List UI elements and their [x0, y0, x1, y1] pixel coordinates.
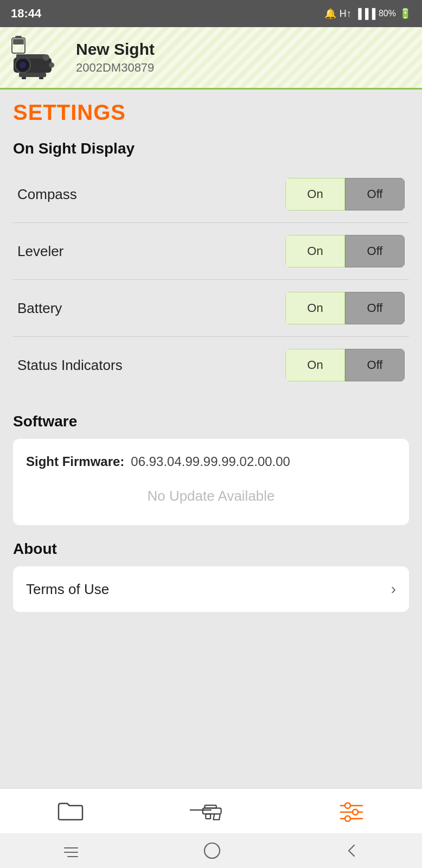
- battery-icon: 🔋: [399, 8, 411, 20]
- no-update-label: No Update Available: [26, 482, 396, 510]
- svg-point-20: [353, 809, 358, 815]
- status-bar: 18:44 🔔 H↑ ▐▐▐ 80% 🔋: [0, 0, 422, 27]
- chevron-right-icon: ›: [391, 580, 396, 598]
- device-icon-container: [11, 36, 65, 79]
- toggle-compass: On Off: [285, 178, 405, 210]
- software-section: Software Sight Firmware: 06.93.04.99.99.…: [13, 413, 409, 525]
- toggle-status-indicators-on[interactable]: On: [285, 349, 345, 381]
- status-icons: 🔔 H↑ ▐▐▐ 80% 🔋: [324, 8, 411, 20]
- svg-rect-7: [16, 54, 46, 59]
- toggle-leveler-off[interactable]: Off: [345, 235, 405, 267]
- nav-settings-icon[interactable]: [330, 797, 373, 825]
- svg-point-6: [20, 62, 26, 68]
- svg-rect-2: [13, 39, 24, 44]
- scope-device-svg: [11, 47, 60, 79]
- firmware-label: Sight Firmware:: [26, 454, 124, 469]
- firmware-card: Sight Firmware: 06.93.04.99.99.99.02.00.…: [13, 439, 409, 525]
- android-back-button[interactable]: [342, 841, 362, 860]
- main-content: SETTINGS On Sight Display Compass On Off…: [0, 90, 422, 788]
- android-home-button[interactable]: [202, 841, 222, 860]
- android-recent-button[interactable]: [60, 843, 82, 859]
- about-card: Terms of Use ›: [13, 566, 409, 612]
- device-header: New Sight 2002DM30879: [0, 27, 422, 90]
- svg-point-8: [43, 54, 49, 61]
- toggle-compass-on[interactable]: On: [285, 178, 345, 210]
- settings-title: SETTINGS: [13, 100, 409, 125]
- svg-point-26: [204, 843, 220, 858]
- signal-icon: H↑: [340, 8, 351, 20]
- toggle-row-compass: Compass On Off: [13, 166, 409, 223]
- device-serial: 2002DM30879: [76, 61, 155, 75]
- on-sight-display-section: On Sight Display Compass On Off Leveler …: [13, 140, 409, 393]
- toggle-label-status-indicators: Status Indicators: [17, 357, 123, 374]
- svg-rect-15: [204, 805, 216, 808]
- toggle-row-leveler: Leveler On Off: [13, 223, 409, 280]
- toggle-label-compass: Compass: [17, 186, 77, 203]
- svg-rect-10: [19, 73, 46, 77]
- svg-rect-11: [22, 77, 26, 79]
- toggle-status-indicators: On Off: [285, 349, 405, 381]
- toggle-battery-on[interactable]: On: [285, 292, 345, 324]
- status-time: 18:44: [11, 7, 41, 21]
- svg-rect-14: [203, 808, 221, 814]
- toggle-compass-off[interactable]: Off: [345, 178, 405, 210]
- svg-point-9: [49, 62, 54, 68]
- toggle-label-battery: Battery: [17, 300, 62, 317]
- toggle-label-leveler: Leveler: [17, 243, 63, 260]
- toggle-leveler: On Off: [285, 235, 405, 267]
- toggle-status-indicators-off[interactable]: Off: [345, 349, 405, 381]
- nav-device-icon[interactable]: [189, 797, 233, 825]
- toggle-leveler-on[interactable]: On: [285, 235, 345, 267]
- svg-point-22: [345, 816, 350, 821]
- software-title: Software: [13, 413, 409, 430]
- cellular-icon: ▐▐▐: [355, 8, 375, 20]
- toggle-battery: On Off: [285, 292, 405, 324]
- terms-of-use-label: Terms of Use: [26, 581, 109, 598]
- terms-of-use-item[interactable]: Terms of Use ›: [13, 566, 409, 612]
- svg-rect-16: [206, 814, 210, 819]
- toggle-row-battery: Battery On Off: [13, 280, 409, 337]
- bottom-nav: [0, 788, 422, 833]
- firmware-value: 06.93.04.99.99.99.02.00.00: [131, 454, 290, 469]
- device-name: New Sight: [76, 40, 155, 59]
- battery-percentage: 80%: [379, 9, 396, 18]
- alarm-icon: 🔔: [324, 8, 336, 20]
- toggle-battery-off[interactable]: Off: [345, 292, 405, 324]
- android-nav: [0, 833, 422, 868]
- firmware-row: Sight Firmware: 06.93.04.99.99.99.02.00.…: [26, 454, 396, 469]
- device-info: New Sight 2002DM30879: [76, 40, 155, 75]
- about-title: About: [13, 540, 409, 558]
- on-sight-display-title: On Sight Display: [13, 140, 409, 157]
- svg-rect-12: [39, 77, 43, 79]
- toggle-row-status-indicators: Status Indicators On Off: [13, 337, 409, 393]
- svg-point-18: [345, 803, 350, 808]
- nav-folder-icon[interactable]: [49, 797, 92, 825]
- about-section: About Terms of Use ›: [13, 540, 409, 612]
